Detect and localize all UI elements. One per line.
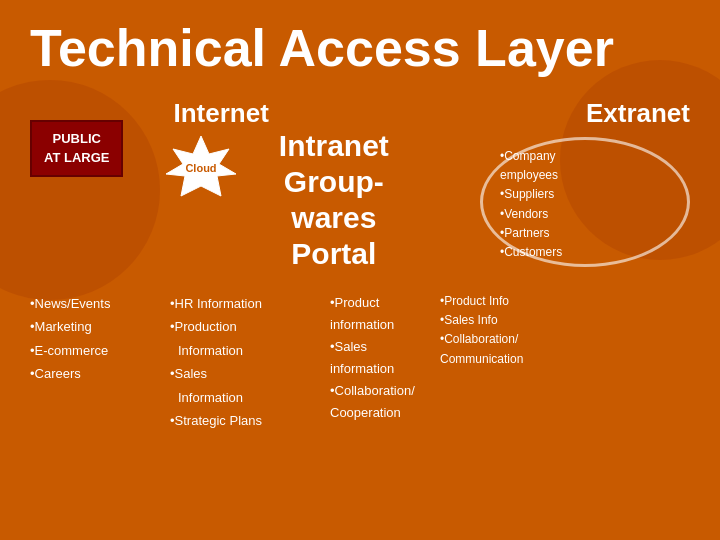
extranet-bullets-column: •Product information •Sales information … [330,292,690,432]
extranet-right-2: •Sales Info [440,311,523,330]
main-content: PUBLIC AT LARGE Internet Cloud Intranet [0,88,720,432]
extranet-left-col: •Product information •Sales information … [330,292,430,425]
extranet-list: •Company employees •Suppliers •Vendors •… [500,147,562,262]
bottom-row: •News/Events •Marketing •E-commerce •Car… [30,292,690,432]
extranet-item-2: employees [500,166,562,185]
intranet-bullet-2: •Production [170,315,320,338]
extranet-left-1: •Product [330,292,430,314]
top-row: PUBLIC AT LARGE Internet Cloud Intranet [30,98,690,272]
intranet-bullet-5: Information [170,386,320,409]
intranet-line1: Intranet [279,129,389,162]
extranet-item-3: •Suppliers [500,185,562,204]
internet-label: Internet [173,98,268,129]
public-bullets-column: •News/Events •Marketing •E-commerce •Car… [30,292,160,432]
public-bullet-1: •News/Events [30,292,160,315]
intranet-bullet-1: •HR Information [170,292,320,315]
intranet-line2: Group- [284,165,384,198]
svg-text:Cloud: Cloud [186,162,217,174]
public-bullet-2: •Marketing [30,315,160,338]
extranet-label: Extranet [586,98,690,129]
extranet-oval: •Company employees •Suppliers •Vendors •… [480,137,690,267]
extranet-section: Extranet •Company employees •Suppliers •… [460,98,690,267]
extranet-right-4: Communication [440,350,523,369]
extranet-item-6: •Customers [500,243,562,262]
intranet-bullets-column: •HR Information •Production Information … [170,292,320,432]
intranet-box: Intranet Group- wares Portal [279,128,389,272]
extranet-left-2: information [330,314,430,336]
left-column: PUBLIC AT LARGE Internet Cloud [30,98,269,199]
public-line2: AT LARGE [44,150,109,165]
intranet-bullet-4: •Sales [170,362,320,385]
intranet-line4: Portal [291,237,376,270]
extranet-left-5: •Collaboration/ [330,380,430,402]
public-bullet-4: •Careers [30,362,160,385]
public-at-large-box: PUBLIC AT LARGE [30,120,123,176]
extranet-left-4: information [330,358,430,380]
extranet-right-3: •Collaboration/ [440,330,523,349]
extranet-left-6: Cooperation [330,402,430,424]
extranet-item-4: •Vendors [500,205,562,224]
public-at-large-label: PUBLIC AT LARGE [30,120,123,176]
page-title: Technical Access Layer [0,0,720,88]
extranet-item-5: •Partners [500,224,562,243]
extranet-right-col: •Product Info •Sales Info •Collaboration… [440,292,523,425]
public-line1: PUBLIC [53,131,101,146]
intranet-line3: wares [291,201,376,234]
extranet-left-3: •Sales [330,336,430,358]
cloud-starburst-icon: Cloud [161,134,241,199]
extranet-right-1: •Product Info [440,292,523,311]
intranet-text: Intranet Group- wares Portal [279,128,389,272]
intranet-bullet-3: Information [170,339,320,362]
public-bullet-3: •E-commerce [30,339,160,362]
extranet-item-1: •Company [500,147,562,166]
intranet-bullet-6: •Strategic Plans [170,409,320,432]
